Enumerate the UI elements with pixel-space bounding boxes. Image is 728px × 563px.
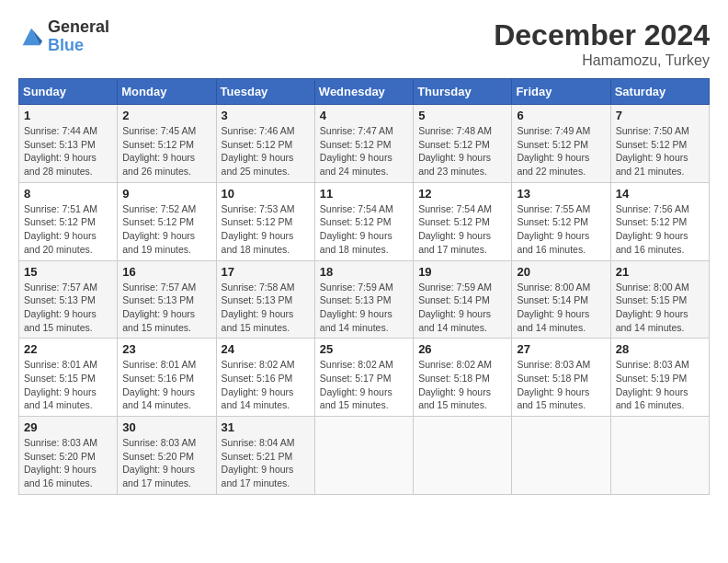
- day-number: 17: [222, 265, 310, 279]
- calendar-cell: 6 Sunrise: 7:49 AM Sunset: 5:12 PM Dayli…: [512, 105, 610, 183]
- day-number: 31: [222, 420, 310, 434]
- day-info: Sunrise: 8:02 AM Sunset: 5:17 PM Dayligh…: [320, 358, 408, 412]
- day-number: 2: [122, 109, 210, 122]
- calendar-cell: 4 Sunrise: 7:47 AM Sunset: 5:12 PM Dayli…: [314, 105, 413, 183]
- calendar-week-5: 29 Sunrise: 8:03 AM Sunset: 5:20 PM Dayl…: [19, 417, 710, 495]
- day-number: 14: [616, 187, 704, 201]
- day-info: Sunrise: 8:01 AM Sunset: 5:16 PM Dayligh…: [122, 358, 210, 412]
- calendar-cell: 22 Sunrise: 8:01 AM Sunset: 5:15 PM Dayl…: [19, 339, 118, 417]
- day-number: 8: [24, 187, 112, 201]
- col-wednesday: Wednesday: [314, 79, 413, 105]
- day-info: Sunrise: 7:44 AM Sunset: 5:13 PM Dayligh…: [24, 124, 112, 178]
- logo-icon: [18, 24, 44, 50]
- calendar-cell: [414, 417, 512, 495]
- col-sunday: Sunday: [19, 79, 118, 105]
- calendar-cell: 7 Sunrise: 7:50 AM Sunset: 5:12 PM Dayli…: [610, 105, 709, 183]
- day-number: 24: [222, 342, 310, 356]
- day-info: Sunrise: 8:03 AM Sunset: 5:19 PM Dayligh…: [616, 358, 704, 412]
- calendar-cell: 13 Sunrise: 7:55 AM Sunset: 5:12 PM Dayl…: [512, 182, 610, 260]
- day-info: Sunrise: 7:46 AM Sunset: 5:12 PM Dayligh…: [222, 124, 310, 178]
- calendar-week-3: 15 Sunrise: 7:57 AM Sunset: 5:13 PM Dayl…: [19, 260, 710, 339]
- day-info: Sunrise: 7:49 AM Sunset: 5:12 PM Dayligh…: [517, 124, 605, 178]
- day-info: Sunrise: 8:02 AM Sunset: 5:18 PM Dayligh…: [418, 358, 506, 412]
- day-info: Sunrise: 8:03 AM Sunset: 5:20 PM Dayligh…: [122, 436, 210, 490]
- day-number: 21: [616, 265, 704, 279]
- day-number: 29: [24, 420, 112, 434]
- calendar-cell: 24 Sunrise: 8:02 AM Sunset: 5:16 PM Dayl…: [216, 339, 314, 417]
- calendar-cell: 18 Sunrise: 7:59 AM Sunset: 5:13 PM Dayl…: [314, 260, 413, 339]
- calendar-cell: 2 Sunrise: 7:45 AM Sunset: 5:12 PM Dayli…: [118, 105, 216, 183]
- calendar-cell: 28 Sunrise: 8:03 AM Sunset: 5:19 PM Dayl…: [610, 339, 709, 417]
- calendar-cell: 16 Sunrise: 7:57 AM Sunset: 5:13 PM Dayl…: [118, 260, 216, 339]
- calendar-cell: 25 Sunrise: 8:02 AM Sunset: 5:17 PM Dayl…: [314, 339, 413, 417]
- calendar-week-4: 22 Sunrise: 8:01 AM Sunset: 5:15 PM Dayl…: [19, 339, 710, 417]
- day-number: 3: [222, 109, 310, 122]
- day-info: Sunrise: 8:04 AM Sunset: 5:21 PM Dayligh…: [222, 436, 310, 490]
- day-info: Sunrise: 7:54 AM Sunset: 5:12 PM Dayligh…: [418, 202, 506, 257]
- day-info: Sunrise: 7:59 AM Sunset: 5:13 PM Dayligh…: [320, 281, 408, 335]
- calendar-cell: 27 Sunrise: 8:03 AM Sunset: 5:18 PM Dayl…: [512, 339, 610, 417]
- day-number: 27: [517, 342, 605, 356]
- calendar-cell: [610, 417, 709, 495]
- day-number: 10: [222, 187, 310, 201]
- day-info: Sunrise: 8:03 AM Sunset: 5:20 PM Dayligh…: [24, 436, 112, 490]
- day-number: 11: [320, 187, 408, 201]
- calendar-cell: 8 Sunrise: 7:51 AM Sunset: 5:12 PM Dayli…: [19, 182, 118, 260]
- calendar-cell: 15 Sunrise: 7:57 AM Sunset: 5:13 PM Dayl…: [19, 260, 118, 339]
- logo-text: General Blue: [48, 18, 109, 55]
- calendar-cell: 31 Sunrise: 8:04 AM Sunset: 5:21 PM Dayl…: [216, 417, 314, 495]
- day-info: Sunrise: 7:56 AM Sunset: 5:12 PM Dayligh…: [616, 202, 704, 257]
- calendar-cell: 5 Sunrise: 7:48 AM Sunset: 5:12 PM Dayli…: [414, 105, 512, 183]
- day-info: Sunrise: 7:59 AM Sunset: 5:14 PM Dayligh…: [418, 281, 506, 335]
- day-number: 5: [418, 109, 506, 122]
- day-info: Sunrise: 7:50 AM Sunset: 5:12 PM Dayligh…: [616, 124, 704, 178]
- col-thursday: Thursday: [414, 79, 512, 105]
- day-number: 7: [616, 109, 704, 122]
- logo: General Blue: [18, 18, 109, 55]
- calendar-cell: 29 Sunrise: 8:03 AM Sunset: 5:20 PM Dayl…: [19, 417, 118, 495]
- day-info: Sunrise: 7:57 AM Sunset: 5:13 PM Dayligh…: [24, 281, 112, 335]
- day-number: 30: [122, 420, 210, 434]
- logo-general: General: [48, 18, 109, 37]
- calendar-cell: 19 Sunrise: 7:59 AM Sunset: 5:14 PM Dayl…: [414, 260, 512, 339]
- calendar-cell: [512, 417, 610, 495]
- day-number: 19: [418, 265, 506, 279]
- day-info: Sunrise: 7:52 AM Sunset: 5:12 PM Dayligh…: [122, 202, 210, 257]
- calendar-cell: 23 Sunrise: 8:01 AM Sunset: 5:16 PM Dayl…: [118, 339, 216, 417]
- calendar-cell: 17 Sunrise: 7:58 AM Sunset: 5:13 PM Dayl…: [216, 260, 314, 339]
- calendar-body: 1 Sunrise: 7:44 AM Sunset: 5:13 PM Dayli…: [19, 105, 710, 495]
- day-number: 4: [320, 109, 408, 122]
- day-number: 22: [24, 342, 112, 356]
- day-number: 20: [517, 265, 605, 279]
- day-number: 25: [320, 342, 408, 356]
- day-number: 18: [320, 265, 408, 279]
- day-info: Sunrise: 7:48 AM Sunset: 5:12 PM Dayligh…: [418, 124, 506, 178]
- day-number: 15: [24, 265, 112, 279]
- col-saturday: Saturday: [610, 79, 709, 105]
- day-info: Sunrise: 7:58 AM Sunset: 5:13 PM Dayligh…: [222, 281, 310, 335]
- calendar-cell: 20 Sunrise: 8:00 AM Sunset: 5:14 PM Dayl…: [512, 260, 610, 339]
- col-monday: Monday: [118, 79, 216, 105]
- col-tuesday: Tuesday: [216, 79, 314, 105]
- calendar-cell: 11 Sunrise: 7:54 AM Sunset: 5:12 PM Dayl…: [314, 182, 413, 260]
- day-number: 23: [122, 342, 210, 356]
- calendar-cell: [314, 417, 413, 495]
- day-info: Sunrise: 7:54 AM Sunset: 5:12 PM Dayligh…: [320, 202, 408, 257]
- day-number: 28: [616, 342, 704, 356]
- title-block: December 2024 Hamamozu, Turkey: [494, 18, 710, 69]
- day-number: 16: [122, 265, 210, 279]
- day-number: 9: [122, 187, 210, 201]
- day-info: Sunrise: 7:57 AM Sunset: 5:13 PM Dayligh…: [122, 281, 210, 335]
- header-row: Sunday Monday Tuesday Wednesday Thursday…: [19, 79, 710, 105]
- day-number: 26: [418, 342, 506, 356]
- calendar-week-1: 1 Sunrise: 7:44 AM Sunset: 5:13 PM Dayli…: [19, 105, 710, 183]
- day-info: Sunrise: 7:55 AM Sunset: 5:12 PM Dayligh…: [517, 202, 605, 257]
- calendar-cell: 14 Sunrise: 7:56 AM Sunset: 5:12 PM Dayl…: [610, 182, 709, 260]
- calendar-cell: 1 Sunrise: 7:44 AM Sunset: 5:13 PM Dayli…: [19, 105, 118, 183]
- day-info: Sunrise: 8:02 AM Sunset: 5:16 PM Dayligh…: [222, 358, 310, 412]
- calendar-table: Sunday Monday Tuesday Wednesday Thursday…: [18, 78, 710, 495]
- day-info: Sunrise: 7:53 AM Sunset: 5:12 PM Dayligh…: [222, 202, 310, 257]
- calendar-cell: 26 Sunrise: 8:02 AM Sunset: 5:18 PM Dayl…: [414, 339, 512, 417]
- calendar-cell: 21 Sunrise: 8:00 AM Sunset: 5:15 PM Dayl…: [610, 260, 709, 339]
- day-info: Sunrise: 7:45 AM Sunset: 5:12 PM Dayligh…: [122, 124, 210, 178]
